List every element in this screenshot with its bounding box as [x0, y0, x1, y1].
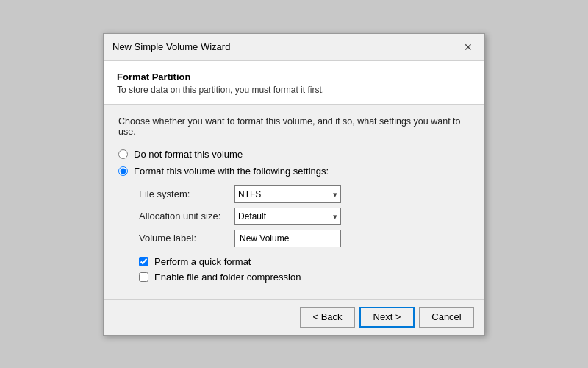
next-button[interactable]: Next >	[359, 307, 415, 328]
back-button[interactable]: < Back	[300, 307, 355, 328]
radio-format[interactable]	[118, 166, 128, 176]
radio-format-option[interactable]: Format this volume with the following se…	[118, 166, 470, 177]
dialog-title: New Simple Volume Wizard	[112, 41, 230, 52]
title-bar: New Simple Volume Wizard ✕	[104, 34, 484, 61]
radio-no-format[interactable]	[118, 149, 128, 159]
close-button[interactable]: ✕	[461, 40, 476, 54]
quick-format-label: Perform a quick format	[154, 256, 251, 267]
allocation-select-wrapper: Default 512 1024 2048 4096	[234, 208, 341, 225]
file-system-row: File system: NTFS FAT32 exFAT	[139, 185, 470, 203]
allocation-select[interactable]: Default 512 1024 2048 4096	[234, 208, 341, 225]
compression-label: Enable file and folder compression	[154, 272, 301, 283]
instruction-text: Choose whether you want to format this v…	[118, 116, 470, 137]
dialog-window: New Simple Volume Wizard ✕ Format Partit…	[103, 33, 485, 336]
file-system-select[interactable]: NTFS FAT32 exFAT	[234, 185, 341, 203]
header-title: Format Partition	[117, 71, 471, 82]
header-section: Format Partition To store data on this p…	[104, 61, 484, 105]
allocation-label: Allocation unit size:	[139, 210, 234, 222]
volume-label-label: Volume label:	[139, 233, 234, 244]
radio-format-label: Format this volume with the following se…	[134, 166, 329, 177]
header-subtitle: To store data on this partition, you mus…	[117, 85, 471, 95]
file-system-select-wrapper: NTFS FAT32 exFAT	[234, 185, 341, 203]
file-system-label: File system:	[139, 188, 234, 199]
quick-format-option[interactable]: Perform a quick format	[139, 256, 470, 267]
volume-label-row: Volume label:	[139, 230, 470, 247]
allocation-row: Allocation unit size: Default 512 1024 2…	[139, 208, 470, 225]
quick-format-checkbox[interactable]	[139, 257, 148, 266]
content-section: Choose whether you want to format this v…	[104, 105, 484, 299]
footer: < Back Next > Cancel	[104, 299, 484, 335]
checkbox-group: Perform a quick format Enable file and f…	[139, 256, 470, 283]
radio-no-format-label: Do not format this volume	[134, 149, 243, 160]
volume-label-input[interactable]	[234, 230, 341, 247]
settings-grid: File system: NTFS FAT32 exFAT Allocation…	[139, 185, 470, 247]
radio-no-format-option[interactable]: Do not format this volume	[118, 149, 470, 160]
compression-checkbox[interactable]	[139, 272, 148, 282]
compression-option[interactable]: Enable file and folder compression	[139, 272, 470, 283]
radio-group: Do not format this volume Format this vo…	[118, 149, 470, 177]
cancel-button[interactable]: Cancel	[419, 307, 474, 328]
